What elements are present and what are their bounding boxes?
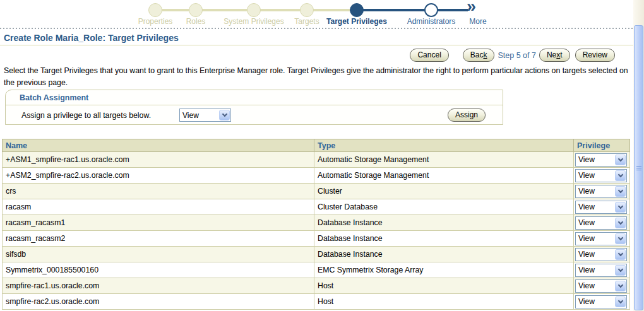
title-rule: [0, 45, 633, 45]
batch-assignment-label: Assign a privilege to all targets below.: [21, 111, 151, 120]
chevron-down-icon: [617, 235, 623, 240]
privilege-select[interactable]: View: [575, 169, 627, 182]
chevron-down-icon: [617, 156, 623, 161]
page-description: Select the Target Privileges that you wa…: [4, 65, 629, 89]
privilege-value: View: [576, 266, 595, 274]
target-type-cell: Host: [314, 294, 574, 310]
batch-assignment-title: Batch Assignment: [20, 93, 88, 102]
target-name-cell: crs: [3, 184, 314, 199]
target-privilege-cell: View: [574, 278, 630, 294]
wizard-train: PropertiesRolesSystem PrivilegesTargetsT…: [0, 0, 633, 28]
privilege-value: View: [576, 155, 595, 164]
target-name-cell: Symmetrix_000185500160: [3, 262, 314, 278]
privilege-select[interactable]: View: [575, 279, 627, 293]
chevron-down-icon: [617, 266, 623, 271]
dropdown-arrow-button[interactable]: [615, 155, 626, 165]
target-type-cell: Database Instance: [314, 247, 574, 262]
target-type-cell: Database Instance: [314, 215, 574, 231]
privilege-select[interactable]: View: [575, 264, 627, 277]
privilege-value: View: [576, 218, 595, 227]
privilege-select[interactable]: View: [575, 248, 627, 261]
table-row: +ASM1_smpfire-rac1.us.oracle.com Automat…: [3, 152, 630, 168]
target-type-cell: Database Instance: [314, 231, 574, 247]
chevron-down-icon: [617, 219, 623, 224]
train-step-circle-roles: [189, 3, 203, 17]
dropdown-arrow-button[interactable]: [615, 218, 626, 228]
dropdown-arrow-button[interactable]: [615, 202, 626, 213]
targets-table-body: +ASM1_smpfire-rac1.us.oracle.com Automat…: [3, 152, 630, 310]
chevron-down-icon: [617, 282, 623, 287]
table-row: Symmetrix_000185500160 EMC Symmetrix Sto…: [3, 262, 630, 278]
dropdown-arrow-button[interactable]: [615, 170, 626, 181]
table-row: racasm Cluster Database View: [3, 199, 630, 215]
assign-button[interactable]: Assign: [448, 109, 486, 122]
privilege-select[interactable]: View: [575, 185, 627, 198]
dropdown-arrow-button[interactable]: [615, 296, 626, 307]
target-type-cell: Automatic Storage Management: [314, 168, 574, 184]
privilege-value: View: [576, 281, 595, 290]
review-button[interactable]: Review: [575, 49, 615, 62]
dotted-separator: [0, 28, 633, 30]
more-arrow-icon: »: [467, 0, 476, 16]
chevron-down-icon: [617, 187, 623, 192]
target-name-cell: +ASM2_smpfire-rac2.us.oracle.com: [3, 168, 314, 184]
cancel-button[interactable]: Cancel: [410, 49, 448, 62]
privilege-select[interactable]: View: [575, 216, 627, 230]
target-name-cell: racasm_racasm1: [3, 215, 314, 231]
wizard-toolbar: Cancel Back Step 5 of 7 Next Review: [410, 49, 615, 62]
dropdown-arrow-button[interactable]: [615, 265, 626, 276]
chevron-down-icon: [222, 112, 227, 117]
column-header-privilege: Privilege: [574, 139, 630, 152]
target-privilege-cell: View: [574, 184, 630, 199]
train-step-circle-properties: [148, 3, 162, 17]
target-type-cell: EMC Symmetrix Storage Array: [314, 262, 574, 278]
privilege-select[interactable]: View: [575, 295, 627, 308]
dropdown-arrow-button[interactable]: [219, 110, 230, 120]
privilege-value: View: [576, 250, 595, 259]
chevron-down-icon: [617, 203, 623, 208]
vertical-scrollbar[interactable]: [633, 0, 644, 311]
privilege-select[interactable]: View: [575, 153, 627, 167]
target-privilege-cell: View: [574, 168, 630, 184]
target-privilege-cell: View: [574, 215, 630, 231]
table-row: racasm_racasm1 Database Instance View: [3, 215, 630, 231]
target-type-cell: Automatic Storage Management: [314, 152, 574, 168]
column-header-name: Name: [3, 139, 314, 152]
train-step-label-more[interactable]: More: [431, 17, 525, 26]
dropdown-arrow-button[interactable]: [615, 281, 626, 291]
target-name-cell: smpfire-rac2.us.oracle.com: [3, 294, 314, 310]
dropdown-arrow-button[interactable]: [615, 249, 626, 260]
scrollbar-thumb[interactable]: [634, 25, 643, 310]
back-button[interactable]: Back: [463, 49, 495, 62]
batch-privilege-select[interactable]: View: [179, 109, 231, 122]
table-row: sifsdb Database Instance View: [3, 247, 630, 262]
dropdown-arrow-button[interactable]: [615, 186, 626, 197]
target-privilege-cell: View: [574, 247, 630, 262]
train-step-circle-target-privileges: [350, 3, 364, 17]
target-name-cell: racasm: [3, 199, 314, 215]
target-name-cell: racasm_racasm2: [3, 231, 314, 247]
target-name-cell: smpfire-rac1.us.oracle.com: [3, 278, 314, 294]
target-type-cell: Host: [314, 278, 574, 294]
target-privilege-cell: View: [574, 262, 630, 278]
table-row: smpfire-rac1.us.oracle.com Host View: [3, 278, 630, 294]
dropdown-arrow-button[interactable]: [615, 233, 626, 244]
target-privilege-cell: View: [574, 199, 630, 215]
target-name-cell: sifsdb: [3, 247, 314, 262]
chevron-down-icon: [617, 298, 623, 303]
batch-assignment-section: Batch Assignment Assign a privilege to a…: [5, 90, 503, 125]
target-privilege-cell: View: [574, 231, 630, 247]
privilege-select[interactable]: View: [575, 201, 627, 214]
train-step-circle-administrators: [424, 3, 438, 17]
privilege-value: View: [576, 234, 595, 243]
batch-rule: [6, 105, 503, 105]
next-button[interactable]: Next: [539, 49, 570, 62]
column-header-type: Type: [314, 139, 574, 152]
privilege-value: View: [576, 187, 595, 196]
train-step-circle-targets: [300, 3, 314, 17]
step-indicator: Step 5 of 7: [494, 51, 539, 60]
table-row: +ASM2_smpfire-rac2.us.oracle.com Automat…: [3, 168, 630, 184]
create-role-page: PropertiesRolesSystem PrivilegesTargetsT…: [0, 0, 644, 311]
privilege-select[interactable]: View: [575, 232, 627, 245]
target-type-cell: Cluster Database: [314, 199, 574, 215]
